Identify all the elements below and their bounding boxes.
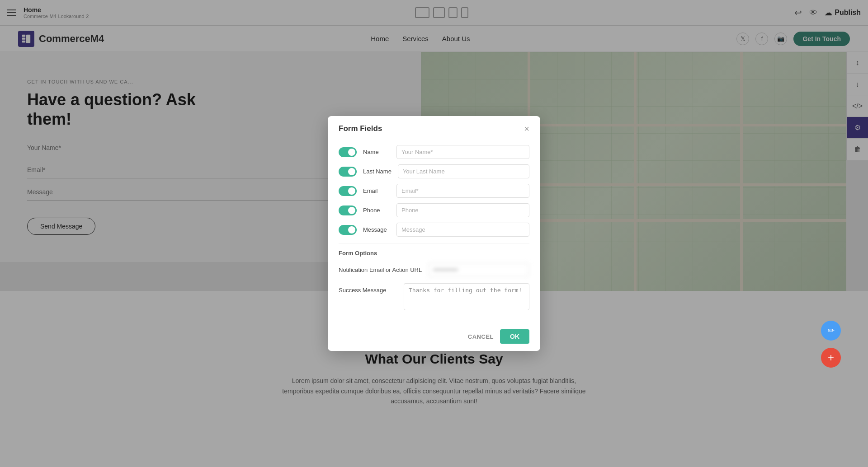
toggle-message[interactable] — [339, 225, 357, 235]
success-label: Success Message — [339, 283, 397, 294]
field-row-message: Message — [339, 223, 529, 237]
field-label-name: Name — [363, 149, 390, 155]
modal-overlay[interactable]: Form Fields × Name Last Name Email — [0, 0, 868, 467]
modal-close-button[interactable]: × — [524, 124, 529, 133]
field-row-phone: Phone — [339, 203, 529, 217]
notification-row: Notification Email or Action URL — [339, 263, 529, 277]
success-row: Success Message Thanks for filling out t… — [339, 283, 529, 310]
field-row-email: Email — [339, 184, 529, 198]
toggle-name[interactable] — [339, 147, 357, 157]
notification-label: Notification Email or Action URL — [339, 263, 422, 273]
field-input-phone[interactable] — [396, 203, 529, 217]
field-label-phone: Phone — [363, 207, 390, 214]
modal-header: Form Fields × — [328, 116, 540, 139]
toggle-lastname[interactable] — [339, 167, 357, 177]
field-row-lastname: Last Name — [339, 164, 529, 178]
field-label-email: Email — [363, 187, 390, 194]
fab-add-button[interactable]: + — [821, 348, 841, 368]
success-textarea[interactable]: Thanks for filling out the form! — [404, 283, 529, 310]
field-input-name[interactable] — [396, 145, 529, 159]
fab-edit-button[interactable]: ✏ — [821, 321, 841, 341]
toggle-phone[interactable] — [339, 205, 357, 215]
field-input-message[interactable] — [396, 223, 529, 237]
modal-footer: CANCEL OK — [328, 324, 540, 351]
modal-title: Form Fields — [339, 124, 382, 133]
modal-body: Name Last Name Email Phone — [328, 139, 540, 324]
modal-divider — [339, 243, 529, 243]
form-fields-modal: Form Fields × Name Last Name Email — [328, 116, 540, 351]
options-section-label: Form Options — [339, 250, 529, 257]
field-row-name: Name — [339, 145, 529, 159]
cancel-button[interactable]: CANCEL — [468, 333, 494, 340]
notification-input[interactable] — [428, 263, 529, 277]
field-input-lastname[interactable] — [398, 164, 529, 178]
ok-button[interactable]: OK — [500, 329, 529, 344]
field-input-email[interactable] — [396, 184, 529, 198]
field-label-message: Message — [363, 226, 390, 233]
toggle-email[interactable] — [339, 186, 357, 196]
field-label-lastname: Last Name — [363, 168, 392, 175]
